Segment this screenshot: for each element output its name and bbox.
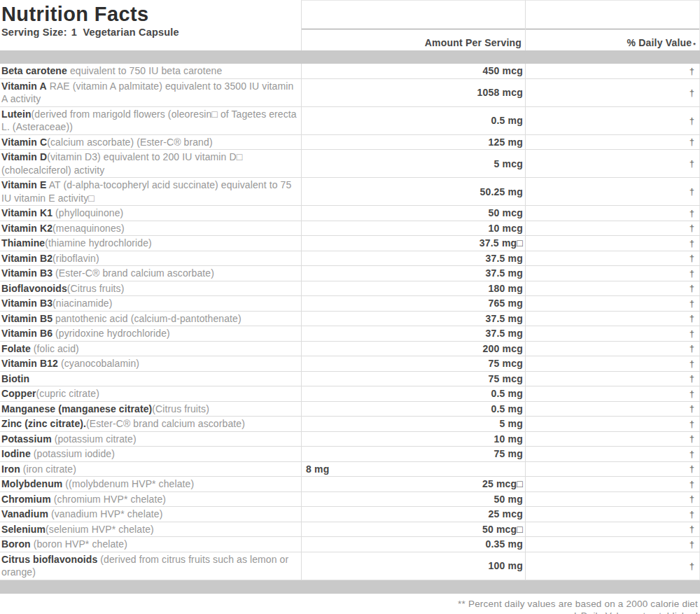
daily-value-asterisk: * bbox=[693, 42, 696, 48]
amount-cell: 450 mcg bbox=[301, 64, 525, 78]
nutrient-row: Vitamin B12 (cyanocobalamin)75 mcg† bbox=[0, 356, 700, 372]
amount-cell: 25 mcg bbox=[301, 507, 525, 522]
nutrient-name-cell: Boron (boron HVP* chelate) bbox=[0, 537, 301, 552]
amount-cell: 5 mg bbox=[301, 417, 525, 431]
daily-value-cell: † bbox=[525, 221, 700, 236]
nutrient-description: (chromium HVP* chelate) bbox=[51, 494, 166, 505]
nutrient-description: equivalent to 750 IU beta carotene bbox=[67, 65, 222, 76]
nutrient-name: Folate bbox=[1, 343, 31, 354]
amount-cell: 0.5 mg bbox=[301, 402, 525, 417]
nutrient-row: Vitamin E AT (d-alpha-tocopheryl acid su… bbox=[0, 178, 700, 206]
nutrient-name: Vitamin A bbox=[1, 81, 47, 92]
nutrient-row: Molybdenum ((molybdenum HVP* chelate)25 … bbox=[0, 477, 700, 492]
amount-cell: 37.5 mg bbox=[301, 312, 525, 326]
nutrient-name-cell: Vitamin B12 (cyanocobalamin) bbox=[0, 356, 301, 371]
nutrient-name: Beta carotene bbox=[1, 65, 67, 76]
nutrient-row: Vitamin B3(niacinamide)765 mg† bbox=[0, 296, 700, 312]
amount-cell: 37.5 mg bbox=[301, 266, 525, 281]
nutrient-description: (riboflavin) bbox=[52, 253, 99, 264]
page-title: Nutrition Facts bbox=[1, 3, 301, 25]
nutrient-description: (pyridoxine hydrochloride) bbox=[52, 328, 170, 339]
amount-cell: 1058 mcg bbox=[301, 79, 525, 106]
nutrient-description: (menaquinones) bbox=[52, 223, 125, 234]
nutrient-name-cell: Lutein(derived from marigold flowers (ol… bbox=[0, 107, 301, 134]
nutrient-description: (niacinamide) bbox=[52, 298, 112, 309]
daily-value-cell: † bbox=[525, 432, 700, 447]
nutrient-name-cell: Citrus bioflavonoids (derived from citru… bbox=[0, 552, 301, 580]
amount-cell: 0.5 mg bbox=[301, 107, 525, 134]
nutrient-row: Vitamin B3 (Ester-C® brand calcium ascor… bbox=[0, 266, 700, 281]
nutrient-row: Folate (folic acid)200 mcg† bbox=[0, 342, 700, 357]
nutrient-name-cell: Vitamin B5 pantothenic acid (calcium-d-p… bbox=[0, 312, 301, 326]
amount-cell: 37.5 mg bbox=[301, 251, 525, 266]
nutrient-name: Vitamin B12 bbox=[1, 358, 58, 369]
nutrient-name-cell: Biotin bbox=[0, 372, 301, 386]
amount-cell: 5 mcg bbox=[301, 150, 525, 177]
serving-size: Serving Size:1 Vegetarian Capsule bbox=[1, 27, 301, 38]
daily-value-cell: † bbox=[525, 492, 700, 507]
amount-cell: 8 mg bbox=[301, 462, 525, 477]
amount-cell: 50 mg bbox=[301, 492, 525, 507]
nutrient-description: (vanadium HVP* chelate) bbox=[48, 508, 162, 519]
nutrient-name: Potassium bbox=[1, 433, 52, 445]
amount-cell: 50 mcg□ bbox=[301, 522, 525, 537]
nutrient-name-cell: Molybdenum ((molybdenum HVP* chelate) bbox=[0, 477, 301, 491]
nutrient-description: (derived from marigold flowers (oleoresi… bbox=[1, 109, 300, 133]
nutrient-name: Molybdenum bbox=[1, 478, 62, 489]
nutrient-name-cell: Manganese (manganese citrate)(Citrus fru… bbox=[0, 402, 301, 417]
amount-cell: 200 mcg bbox=[301, 342, 525, 356]
nutrient-name-cell: Copper(cupric citrate) bbox=[0, 386, 301, 401]
nutrient-name: Copper bbox=[1, 388, 36, 399]
nutrient-description: (Ester-C® brand calcium ascorbate) bbox=[86, 418, 245, 429]
daily-value-cell: † bbox=[525, 386, 700, 401]
amount-cell: 125 mg bbox=[301, 135, 525, 150]
nutrient-name: Selenium bbox=[1, 524, 46, 535]
nutrient-name: Vitamin B3 bbox=[1, 267, 52, 279]
nutrient-description: (cyanocobalamin) bbox=[58, 358, 139, 369]
nutrient-name: Bioflavonoids bbox=[1, 283, 67, 294]
footnote: † Daily Value not established bbox=[0, 610, 698, 614]
nutrient-name: Iodine bbox=[1, 448, 31, 459]
nutrient-description: (folic acid) bbox=[31, 343, 79, 354]
nutrient-name: Vitamin B2 bbox=[1, 253, 52, 264]
nutrient-row: Zinc (zinc citrate).(Ester-C® brand calc… bbox=[0, 417, 700, 432]
column-header-amount-cell: Amount Per Serving bbox=[301, 0, 525, 50]
daily-value-cell: † bbox=[525, 372, 700, 386]
separator-bar-bottom bbox=[0, 580, 700, 594]
nutrient-description: ((molybdenum HVP* chelate) bbox=[62, 478, 194, 489]
nutrient-name: Citrus bioflavonoids bbox=[1, 554, 97, 565]
nutrient-row: Iodine (potassium iodide)75 mg† bbox=[0, 447, 700, 462]
nutrient-name-cell: Iron (iron citrate) bbox=[0, 462, 301, 477]
daily-value-cell: † bbox=[525, 178, 700, 205]
daily-value-cell: † bbox=[525, 537, 700, 552]
nutrient-row: Manganese (manganese citrate)(Citrus fru… bbox=[0, 402, 700, 417]
amount-cell: 10 mcg bbox=[301, 221, 525, 236]
nutrient-row: Vitamin C(calcium ascorbate) (Ester-C® b… bbox=[0, 135, 700, 151]
nutrient-description: (selenium HVP* chelate) bbox=[46, 524, 154, 535]
amount-cell: 10 mg bbox=[301, 432, 525, 447]
nutrient-name: Chromium bbox=[1, 494, 51, 505]
nutrient-row: Vanadium (vanadium HVP* chelate)25 mcg† bbox=[0, 507, 700, 522]
amount-cell: 37.5 mg□ bbox=[301, 236, 525, 251]
nutrient-row: Vitamin B5 pantothenic acid (calcium-d-p… bbox=[0, 312, 700, 327]
nutrient-row: Vitamin A RAE (vitamin A palmitate) equi… bbox=[0, 79, 700, 107]
nutrient-name: Zinc (zinc citrate). bbox=[1, 418, 86, 429]
daily-value-cell: † bbox=[525, 281, 700, 296]
serving-size-label: Serving Size: bbox=[1, 27, 67, 38]
nutrient-name: Boron bbox=[1, 538, 31, 550]
nutrient-row: Potassium (potassium citrate)10 mg† bbox=[0, 432, 700, 447]
nutrient-row: Citrus bioflavonoids (derived from citru… bbox=[0, 552, 700, 580]
nutrient-description: (calcium ascorbate) (Ester-C® brand) bbox=[47, 137, 212, 148]
daily-value-cell: † bbox=[525, 107, 700, 134]
amount-cell: 0.35 mg bbox=[301, 537, 525, 552]
nutrient-description: (iron citrate) bbox=[20, 463, 76, 475]
column-header-daily-value-cell: % Daily Value* bbox=[525, 0, 700, 50]
nutrient-row: Thiamine(thiamine hydrochloride)37.5 mg□… bbox=[0, 236, 700, 251]
nutrient-description: (Citrus fruits) bbox=[67, 283, 125, 294]
nutrient-name: Lutein bbox=[1, 109, 31, 120]
nutrient-description: (Citrus fruits) bbox=[152, 403, 209, 414]
nutrient-description: (phylloquinone) bbox=[52, 207, 123, 218]
nutrient-name-cell: Vitamin E AT (d-alpha-tocopheryl acid su… bbox=[0, 178, 301, 205]
nutrient-name: Iron bbox=[1, 463, 20, 475]
amount-cell: 75 mg bbox=[301, 447, 525, 461]
